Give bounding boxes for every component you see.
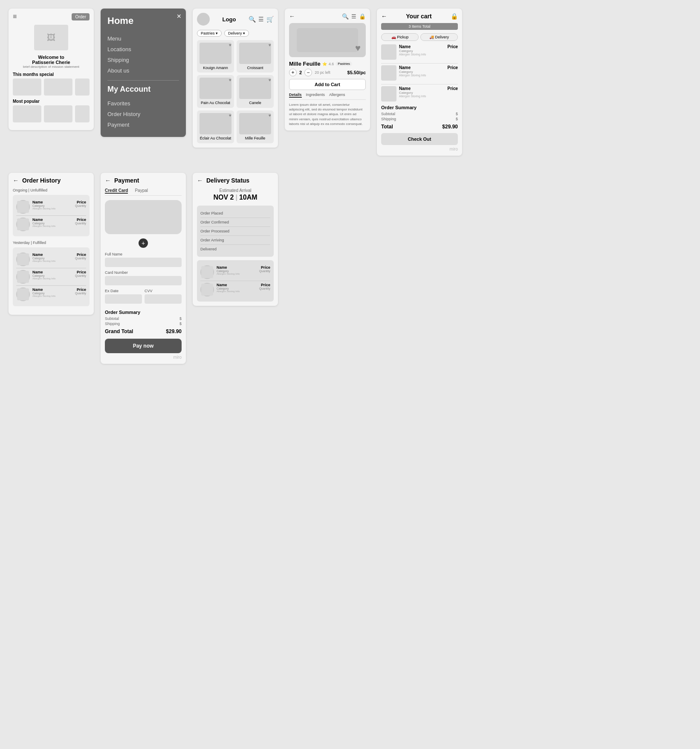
order-button[interactable]: Order xyxy=(72,13,90,20)
menu-item-favorites[interactable]: Favorites xyxy=(107,98,179,109)
order-item-3-price: Price xyxy=(75,253,86,257)
menu-item-order-history[interactable]: Order History xyxy=(107,109,179,119)
kouign-name: Kouign Amann xyxy=(200,66,231,70)
croissant-favorite-icon[interactable]: ♥ xyxy=(269,43,271,47)
order-item-2-info: Name Category Allergen Storing Info xyxy=(32,218,72,227)
delivery-tab[interactable]: 🚚 Delivery xyxy=(420,33,458,41)
payment-tabs: Credit Card Paypal xyxy=(105,188,182,196)
catalog-item-canele[interactable]: Canele ♥ xyxy=(237,75,274,108)
popular-item-3[interactable] xyxy=(75,105,90,122)
order-item-1[interactable]: Name Category Allergen Storing Info Pric… xyxy=(16,198,86,216)
kouign-favorite-icon[interactable]: ♥ xyxy=(229,43,231,47)
product-top-bar: ← 🔍 ☰ 🔒 xyxy=(289,13,366,20)
order-history-back-arrow[interactable]: ← xyxy=(13,177,19,184)
delivery-item-1-info: Name Category Allergen Storing Info xyxy=(217,265,257,275)
search-icon[interactable]: 🔍 xyxy=(249,16,256,23)
catalog-item-kouign[interactable]: Kouign Amann ♥ xyxy=(197,40,234,73)
cart-item-2-name: Name xyxy=(399,65,445,70)
pickup-tab[interactable]: 🚗 Pickup xyxy=(381,33,419,41)
delivery-item-1-qty: Quantity xyxy=(259,270,270,273)
ex-date-label: Ex Date xyxy=(105,289,142,293)
add-to-cart-button[interactable]: Add to Cart xyxy=(289,79,366,90)
delivery-item-2[interactable]: Name Category Allergen Storing Info Pric… xyxy=(200,281,270,298)
delivery-filter[interactable]: Delivery ▾ xyxy=(224,30,249,37)
special-item-2[interactable] xyxy=(44,78,72,96)
product-description: Lorem ipsum dolor sit amet, consectetur … xyxy=(289,102,366,126)
card-number-input[interactable] xyxy=(105,276,182,285)
eclair-favorite-icon[interactable]: ♥ xyxy=(229,113,231,118)
cart-item-3-remove-icon[interactable]: ✕ xyxy=(454,86,458,92)
special-item-1[interactable] xyxy=(13,78,41,96)
hamburger-icon[interactable]: ≡ xyxy=(13,13,17,20)
cart-total-label: Total xyxy=(381,124,393,130)
cart-item-3-detail: Allergen Storing Info xyxy=(399,95,445,98)
menu-item-menu[interactable]: Menu xyxy=(107,33,179,44)
product-favorite-icon[interactable]: ♥ xyxy=(355,43,361,54)
order-item-3-qty: Quantity xyxy=(75,257,86,260)
checkout-button[interactable]: Check Out xyxy=(381,133,458,145)
catalog-item-eclair[interactable]: Éclair Au Chocolat ♥ xyxy=(197,110,234,143)
order-item-2[interactable]: Name Category Allergen Storing Info Pric… xyxy=(16,216,86,233)
canele-favorite-icon[interactable]: ♥ xyxy=(269,78,271,82)
close-icon[interactable]: ✕ xyxy=(176,13,182,20)
ex-date-input[interactable] xyxy=(105,294,142,304)
popular-item-1[interactable] xyxy=(13,105,41,122)
most-popular-grid xyxy=(13,105,90,122)
pay-now-button[interactable]: Pay now xyxy=(105,339,182,353)
product-menu-icon[interactable]: ☰ xyxy=(351,13,356,20)
add-card-button[interactable]: + xyxy=(139,238,148,248)
menu-item-payment[interactable]: Payment xyxy=(107,119,179,130)
catalog-logo xyxy=(197,13,210,26)
mille-feuille-favorite-icon[interactable]: ♥ xyxy=(269,113,271,118)
tab-details[interactable]: Details xyxy=(289,93,302,98)
product-search-icon[interactable]: 🔍 xyxy=(342,13,349,20)
qty-decrement-btn[interactable]: − xyxy=(304,69,312,76)
catalog-item-pain-chocolat[interactable]: Pain Au Chocolat ♥ xyxy=(197,75,234,108)
order-item-5[interactable]: Name Category Allergen Storing Info Pric… xyxy=(16,286,86,303)
full-name-input[interactable] xyxy=(105,258,182,267)
delivery-back-arrow[interactable]: ← xyxy=(197,177,203,184)
order-item-3[interactable]: Name Category Allergen Storing Info Pric… xyxy=(16,251,86,268)
paypal-tab[interactable]: Paypal xyxy=(135,188,148,194)
order-item-4[interactable]: Name Category Allergen Storing Info Pric… xyxy=(16,268,86,286)
delivery-item-2-allergen: Allergen Storing Info xyxy=(217,290,257,293)
cart-item-2-remove-icon[interactable]: ✕ xyxy=(454,65,458,71)
menu-item-shipping[interactable]: Shipping xyxy=(107,55,179,65)
order-item-3-category: Category xyxy=(32,257,72,260)
order-item-5-allergen: Allergen Storing Info xyxy=(32,295,72,297)
menu-item-about[interactable]: About us xyxy=(107,65,179,76)
pain-chocolat-favorite-icon[interactable]: ♥ xyxy=(229,78,231,82)
pastries-filter[interactable]: Pastries ▾ xyxy=(197,30,222,37)
special-item-3[interactable] xyxy=(75,78,90,96)
menu-item-locations[interactable]: Locations xyxy=(107,44,179,55)
tab-ingredients[interactable]: Ingredients xyxy=(306,93,325,98)
cart-item-1-remove-icon[interactable]: ✕ xyxy=(454,44,458,50)
delivery-item-2-image xyxy=(200,283,214,296)
cvv-label: CVV xyxy=(145,289,182,293)
cart-back-arrow[interactable]: ← xyxy=(381,13,387,20)
cart-item-3-name: Name xyxy=(399,86,445,91)
order-item-3-image xyxy=(16,253,30,266)
order-item-4-image xyxy=(16,270,30,284)
full-name-label: Full Name xyxy=(105,252,182,256)
delivery-item-1[interactable]: Name Category Allergen Storing Info Pric… xyxy=(200,264,270,281)
cvv-input[interactable] xyxy=(145,294,182,304)
order-item-1-name: Name xyxy=(32,200,72,204)
order-item-5-price: Price xyxy=(75,287,86,292)
product-back-arrow[interactable]: ← xyxy=(289,13,295,20)
order-item-3-allergen: Allergen Storing Info xyxy=(32,260,72,262)
popular-item-2[interactable] xyxy=(44,105,72,122)
catalog-top-bar: Logo 🔍 ☰ 🛒 xyxy=(197,13,274,26)
catalog-item-croissant[interactable]: Croissant ♥ xyxy=(237,40,274,73)
croissant-name: Croissant xyxy=(239,66,271,70)
qty-increment-btn[interactable]: + xyxy=(289,69,297,76)
pain-chocolat-name: Pain Au Chocolat xyxy=(200,101,231,105)
cart-icon[interactable]: 🛒 xyxy=(266,16,274,23)
credit-card-tab[interactable]: Credit Card xyxy=(105,188,128,194)
payment-back-arrow[interactable]: ← xyxy=(105,177,111,184)
product-lock-icon[interactable]: 🔒 xyxy=(359,13,366,20)
menu-icon[interactable]: ☰ xyxy=(258,16,264,23)
tab-allergens[interactable]: Allergens xyxy=(329,93,345,98)
welcome-description: brief description of mission statement xyxy=(13,65,90,69)
catalog-item-mille-feuille[interactable]: Mille Feuille ♥ xyxy=(237,110,274,143)
